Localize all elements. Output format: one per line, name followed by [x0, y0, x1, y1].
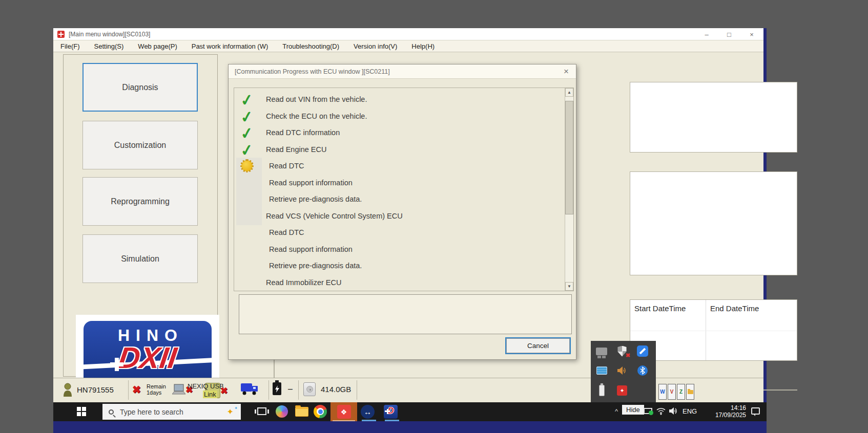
dialog-title: [Communication Progress with ECU window …: [235, 68, 390, 75]
speaker-icon[interactable]: [668, 406, 679, 416]
laptop-icon: [172, 383, 185, 396]
remote-monitor-icon[interactable]: [644, 408, 652, 414]
status-separator: [128, 380, 129, 400]
user-icon: [63, 382, 73, 397]
volume-icon[interactable]: [616, 365, 628, 376]
minimize-button[interactable]: –: [702, 31, 711, 38]
menu-troubleshooting[interactable]: Troubleshooting(D): [282, 42, 339, 50]
task-label: Read support information: [269, 245, 353, 253]
hino-dx-active-app-button[interactable]: ❖: [330, 402, 357, 421]
menu-web-page[interactable]: Web page(P): [138, 42, 177, 50]
clock-date: 17/09/2025: [703, 412, 746, 419]
hard-disk-icon: [303, 382, 316, 396]
menu-help[interactable]: Help(H): [411, 42, 435, 50]
file-explorer-button[interactable]: [295, 407, 308, 417]
task-row: Read support information: [234, 241, 573, 258]
hino-dxii-button[interactable]: D: [384, 405, 398, 419]
shortcut-w-icon[interactable]: W: [658, 384, 667, 400]
check-icon: ✓: [240, 93, 266, 106]
customization-button[interactable]: Customization: [82, 121, 198, 169]
copilot-button[interactable]: [276, 405, 288, 418]
logo-cross-icon: [110, 358, 123, 371]
task-label: Retrieve pre-diagnosis data.: [269, 262, 362, 270]
task-row: Read support information: [234, 175, 573, 191]
menu-bar: File(F) Setting(S) Web page(P) Past work…: [53, 40, 763, 52]
taskbar-search[interactable]: Type here to search ✦ ✦: [102, 404, 241, 420]
taskbar-clock[interactable]: 14:16 17/09/2025: [703, 404, 746, 419]
touchpad-icon[interactable]: [596, 348, 607, 355]
task-row: Read Immobilizer ECU: [234, 274, 573, 291]
status-separator: [357, 380, 357, 400]
background-panel-top: [630, 82, 797, 153]
start-button[interactable]: [77, 407, 86, 416]
shortcut-z-icon[interactable]: Z: [677, 384, 685, 400]
wifi-icon[interactable]: [656, 407, 666, 415]
dialog-close-icon[interactable]: ×: [564, 67, 569, 77]
task-label: Read support information: [269, 179, 353, 187]
window-title: [Main menu window][SC0103]: [69, 31, 150, 38]
dialog-title-bar[interactable]: [Communication Progress with ECU window …: [229, 64, 576, 79]
device-name-text: NEXIQ USB: [188, 382, 224, 390]
close-button[interactable]: ×: [747, 31, 756, 38]
task-row: ✓ Read Engine ECU: [234, 141, 573, 158]
title-bar[interactable]: [Main menu window][SC0103] – □ ×: [53, 28, 763, 40]
notification-center-icon[interactable]: [751, 407, 760, 415]
menu-past-work-information[interactable]: Past work information (W): [192, 42, 268, 50]
task-label: Retrieve pre-diagnosis data.: [269, 195, 362, 203]
shortcut-v-icon[interactable]: V: [668, 384, 676, 400]
user-id-text: HN791555: [77, 385, 114, 394]
task-label: Read Immobilizer ECU: [266, 278, 341, 287]
check-icon: ✓: [240, 142, 266, 156]
task-label: Read DTC: [269, 162, 304, 170]
teamviewer-button[interactable]: ↔: [361, 405, 375, 419]
maximize-button[interactable]: □: [725, 31, 734, 38]
tray-chevron-icon[interactable]: ^: [615, 407, 618, 415]
hino-dx-app-icon: ❖: [337, 405, 351, 419]
cancel-button[interactable]: Cancel: [505, 337, 571, 354]
nexiq-red-cross-right-icon: ✖: [220, 385, 228, 396]
usb-device-icon[interactable]: [599, 385, 605, 396]
device-link-text: Link: [203, 391, 217, 398]
battery-status-text: –: [288, 384, 293, 394]
chrome-button[interactable]: [314, 405, 327, 418]
task-view-button[interactable]: [257, 407, 266, 415]
status-separator: [268, 380, 269, 400]
simulation-button[interactable]: Simulation: [82, 234, 198, 283]
menu-version-info[interactable]: Version info(V): [354, 42, 397, 50]
sparkle-dot-icon: ✦: [234, 406, 238, 410]
task-row: Read VCS (Vehicle Control System) ECU: [234, 208, 573, 225]
network-computer-icon[interactable]: [596, 366, 607, 375]
blue-app-icon[interactable]: [637, 345, 648, 357]
task-label: Read DTC: [269, 228, 304, 236]
menu-setting[interactable]: Setting(S): [94, 42, 124, 50]
main-menu-panel: Diagnosis Customization Reprogramming Si…: [63, 54, 218, 377]
bluetooth-icon[interactable]: [637, 365, 648, 376]
task-rows: ✓ Read out VIN from the vehicle. ✓ Check…: [234, 88, 573, 291]
hide-tooltip[interactable]: Hide: [622, 405, 644, 415]
defender-alert-badge-icon: ✖: [626, 352, 630, 359]
task-row: Retrieve pre-diagnosis data.: [234, 257, 573, 274]
clock-time: 14:16: [703, 404, 746, 412]
hino-dx-tray-icon[interactable]: ✦: [617, 385, 627, 396]
language-indicator[interactable]: ENG: [683, 407, 697, 415]
search-placeholder: Type here to search: [120, 408, 183, 416]
column-header-start-datetime: Start DateTime: [634, 304, 686, 313]
taskbar: Type here to search ✦ ✦ ❖ ↔ D ^ Hide: [53, 402, 767, 421]
task-row: ✓ Read out VIN from the vehicle.: [234, 91, 573, 108]
task-label: Read out VIN from the vehicle.: [266, 95, 367, 103]
desktop: [Main menu window][SC0103] – □ × File(F)…: [0, 0, 868, 433]
menu-file[interactable]: File(F): [60, 42, 80, 50]
search-icon: [109, 409, 114, 415]
battery-icon: [273, 382, 281, 395]
table-column-divider: [706, 300, 706, 360]
license-red-cross-icon: ✖: [132, 383, 141, 396]
main-menu-window: [Main menu window][SC0103] – □ × File(F)…: [53, 28, 767, 402]
shortcut-tiles: W V Z: [658, 384, 694, 400]
diagnosis-button[interactable]: Diagnosis: [82, 63, 198, 112]
task-row: ✓ Read DTC information: [234, 124, 573, 141]
task-row: Retrieve pre-diagnosis data.: [234, 191, 573, 208]
shortcut-folder-icon[interactable]: [686, 384, 694, 400]
remain-days: 1days: [147, 389, 166, 396]
tray-overflow-popup: ✖ ✦: [591, 341, 656, 402]
reprogramming-button[interactable]: Reprogramming: [82, 177, 198, 226]
